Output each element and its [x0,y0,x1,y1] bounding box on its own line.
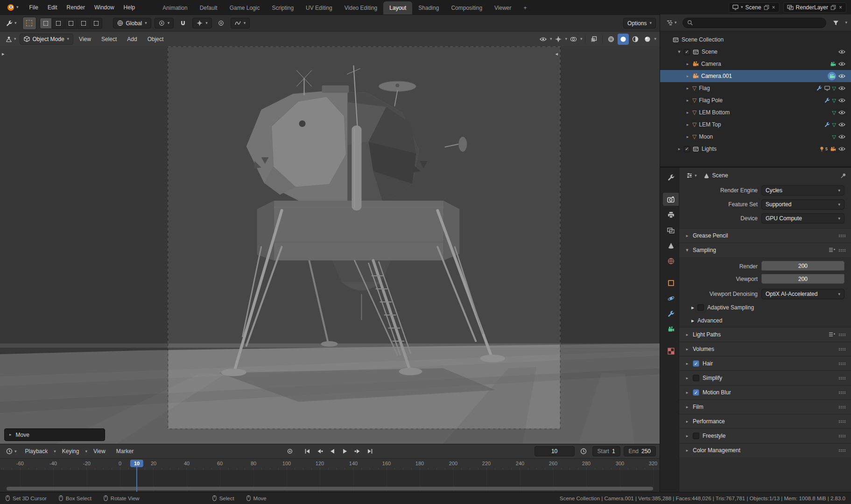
tab-view-layer[interactable] [663,224,679,237]
drag-handle-icon[interactable] [838,249,845,252]
workspace-tab-animation[interactable]: Animation [156,1,193,14]
disclosure-icon[interactable]: ▸ [677,147,682,151]
menu-viewport-view[interactable]: View [74,34,96,44]
workspace-tab-compositing[interactable]: Compositing [445,1,488,14]
outliner-row-lem-top[interactable]: ▸ ▽ LEM Top ▽ [660,119,851,131]
workspace-tab-scripting[interactable]: Scripting [266,1,300,14]
tab-tool[interactable] [663,171,679,184]
timeline-scrollbar[interactable] [7,487,653,490]
sampling-render-field[interactable]: 200 [761,261,844,271]
freestyle-checkbox[interactable] [693,433,699,439]
current-frame-field[interactable]: 10 [535,446,575,456]
disclosure-icon[interactable]: ▼ [677,49,682,54]
menu-timeline-view[interactable]: View [89,446,110,456]
panel-expand-icon[interactable]: ▸ [9,433,12,437]
new-view-layer-icon[interactable] [830,5,836,10]
editor-type-button[interactable]: ▾ [3,35,19,44]
toolbar-expand-icon[interactable]: ▸ [2,51,5,57]
panel-light-paths[interactable]: ▸ Light Paths [679,327,851,342]
jump-to-start-button[interactable] [302,446,313,456]
shading-material-button[interactable] [630,34,641,45]
menu-viewport-object[interactable]: Object [143,34,169,44]
new-scene-icon[interactable] [764,5,769,10]
object-visibility-dropdown[interactable] [538,34,549,45]
hide-eye-icon[interactable] [838,62,845,66]
panel-freestyle[interactable]: ▸ Freestyle [679,428,851,443]
hide-eye-icon[interactable] [838,74,845,78]
workspace-tab-default[interactable]: Default [194,1,224,14]
play-reverse-button[interactable] [327,446,338,456]
hide-eye-icon[interactable] [838,86,845,91]
render-engine-dropdown[interactable]: Cycles ▾ [761,185,844,196]
current-frame-indicator[interactable]: 10 [130,460,143,467]
outliner-row-flag[interactable]: ▸ ▽ Flag ▽ [660,82,851,94]
auto-keyframe-button[interactable] [284,446,295,456]
panel-volumes[interactable]: ▸ Volumes [679,342,851,356]
menu-viewport-select[interactable]: Select [97,34,121,44]
select-mode-intersect-button[interactable] [90,18,102,29]
pin-icon[interactable] [840,173,846,179]
panel-motion-blur[interactable]: ▸ ✓ Motion Blur [679,385,851,399]
active-tool-box-select-button[interactable] [22,17,36,30]
timeline-tracks[interactable] [0,470,660,492]
jump-to-end-button[interactable] [365,446,376,456]
scene-selector[interactable]: ▾ Scene × [729,2,780,13]
remove-view-layer-button[interactable]: × [838,4,843,11]
menu-window[interactable]: Window [90,2,119,13]
panel-grease-pencil[interactable]: ▸ Grease Pencil [679,228,851,243]
hair-checkbox[interactable]: ✓ [693,360,699,367]
panel-performance[interactable]: ▸ Performance [679,414,851,428]
hide-eye-icon[interactable] [838,122,845,127]
sampling-viewport-field[interactable]: 200 [761,274,844,284]
panel-advanced[interactable]: ▸ Advanced [679,314,851,327]
outliner-row-lights[interactable]: ▸ ✓ Lights 5 [660,143,851,155]
outliner-filter-button[interactable] [830,17,842,28]
timeline-editor-menu[interactable]: ▾ [4,447,19,456]
hide-eye-icon[interactable] [838,110,845,115]
outliner-row-camera-001[interactable]: ▸ Camera.001 [660,70,851,82]
panel-simplify[interactable]: ▸ Simplify [679,371,851,385]
viewport-3d-scene[interactable] [0,46,660,444]
sidebar-expand-icon[interactable]: ◂ [555,51,558,57]
outliner-search[interactable] [682,18,827,28]
frame-start-field[interactable]: Start 1 [592,446,620,456]
drag-handle-icon[interactable] [838,391,845,394]
workspace-tab-layout[interactable]: Layout [383,1,412,14]
playhead-line[interactable] [136,467,137,492]
shading-solid-button[interactable] [618,34,629,45]
tab-physics[interactable] [663,292,679,305]
snap-settings-dropdown[interactable]: ▾ [192,18,212,28]
disclosure-icon[interactable]: ▸ [685,62,690,66]
drag-handle-icon[interactable] [838,362,845,365]
menu-edit[interactable]: Edit [43,2,62,13]
overlays-dropdown[interactable] [568,34,579,45]
drag-handle-icon[interactable] [838,434,845,438]
menu-render[interactable]: Render [62,2,90,13]
shading-dropdown-chevron-icon[interactable]: ▾ [654,37,656,41]
simplify-checkbox[interactable] [693,375,699,381]
disclosure-icon[interactable]: ▸ [685,86,690,91]
drag-handle-icon[interactable] [838,333,845,336]
menu-keying[interactable]: Keying [57,446,84,456]
hide-eye-icon[interactable] [838,98,845,103]
panel-film[interactable]: ▸ Film [679,399,851,414]
panel-adaptive-sampling[interactable]: ▸ Adaptive Sampling [679,301,851,314]
shading-rendered-button[interactable] [642,34,653,45]
workspace-tab-uv-editing[interactable]: UV Editing [300,1,338,14]
gizmos-dropdown[interactable] [553,34,564,45]
menu-marker[interactable]: Marker [112,446,138,456]
mode-selector-dropdown[interactable]: Object Mode ▾ [20,34,74,45]
tab-constraints[interactable] [663,307,679,320]
tab-scene[interactable] [663,239,679,252]
outliner-search-input[interactable] [696,20,822,26]
disclosure-icon[interactable]: ▸ [685,134,690,139]
drag-handle-icon[interactable] [838,377,845,380]
transform-orientation-dropdown[interactable]: Global ▾ [113,18,151,28]
panel-color-management[interactable]: ▸ Color Management [679,443,851,457]
options-dropdown[interactable]: Options ▾ [623,18,656,28]
xray-toggle-button[interactable] [588,34,599,45]
tab-object[interactable] [663,276,679,289]
hide-eye-icon[interactable] [838,147,845,151]
tab-render[interactable] [663,193,679,206]
menu-viewport-add[interactable]: Add [122,34,141,44]
